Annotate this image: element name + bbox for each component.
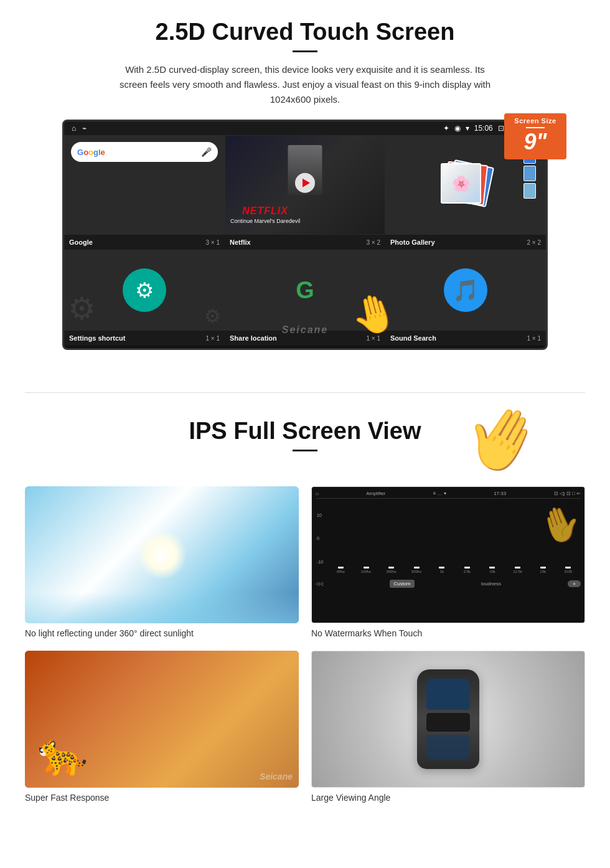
microphone-icon: 🎤 bbox=[201, 147, 212, 157]
share-cell-inner: G 🤚 bbox=[225, 250, 385, 330]
amp-top-bar: ⌂ Amplifier ≡ … ▾ 17:33 ⊡ ◁) ⊡ □ ⇐ bbox=[316, 491, 581, 499]
amp-custom-btn[interactable]: Custom bbox=[390, 580, 415, 588]
status-bar-left: ⌂ ⌁ bbox=[72, 124, 87, 133]
gallery-name: Photo Gallery bbox=[390, 238, 435, 246]
sunlight-visual bbox=[25, 486, 299, 623]
amp-loudness-toggle[interactable]: ● bbox=[568, 580, 581, 587]
amp-y-axis: 10 0 -10 bbox=[317, 504, 326, 573]
settings-label: Settings shortcut 1 × 1 bbox=[64, 333, 225, 343]
device-frame: ⌂ ⌁ ✦ ◉ ▾ 15:06 ⊡ ◁) ▭ □ bbox=[62, 120, 548, 350]
share-location-name: Share location bbox=[230, 334, 277, 342]
netflix-play-button[interactable] bbox=[295, 173, 315, 193]
section-separator bbox=[25, 392, 585, 393]
amp-loudness-label: loudness bbox=[481, 581, 501, 587]
amplifier-image-card: ⌂ Amplifier ≡ … ▾ 17:33 ⊡ ◁) ⊡ □ ⇐ 10 0 … bbox=[311, 486, 585, 638]
bluetooth-icon: ✦ bbox=[443, 124, 449, 133]
section1-title: 2.5D Curved Touch Screen bbox=[37, 19, 573, 45]
status-time: 15:06 bbox=[474, 124, 493, 133]
sunlight-caption: No light reflecting under 360° direct su… bbox=[25, 628, 299, 638]
netflix-label-bar: Netflix 3 × 2 bbox=[225, 237, 385, 247]
gallery-label: Photo Gallery 2 × 2 bbox=[385, 237, 546, 247]
app-grid-top: Google 🎤 bbox=[64, 135, 546, 235]
car-caption: Large Viewing Angle bbox=[311, 793, 585, 803]
car-image-card: Large Viewing Angle bbox=[311, 651, 585, 803]
home-icon: ⌂ bbox=[72, 124, 76, 133]
cheetah-watermark: Seicane bbox=[260, 771, 293, 781]
netflix-app-cell[interactable]: NETFLIX Continue Marvel's Daredevil bbox=[225, 135, 385, 235]
gallery-size: 2 × 2 bbox=[527, 239, 541, 246]
sunlight-image-card: No light reflecting under 360° direct su… bbox=[25, 486, 299, 638]
car-top-view bbox=[417, 669, 479, 769]
sun-glow bbox=[137, 530, 187, 580]
amp-home-icon: ⌂ bbox=[316, 491, 319, 496]
google-cell-inner: Google 🎤 bbox=[65, 136, 224, 234]
ips-title-divider bbox=[293, 450, 317, 451]
slider-6: 2.5k bbox=[456, 568, 479, 573]
slider-5: 1k bbox=[431, 568, 454, 573]
cheetah-caption: Super Fast Response bbox=[25, 793, 299, 803]
netflix-subtitle: Continue Marvel's Daredevil bbox=[230, 218, 300, 224]
car-visual bbox=[312, 651, 584, 787]
amp-title: Amplifier bbox=[366, 491, 385, 496]
google-name: Google bbox=[69, 238, 93, 246]
amp-back-icon: ◁◁ bbox=[316, 581, 323, 587]
play-triangle-icon bbox=[303, 179, 310, 187]
share-location-cell[interactable]: G 🤚 bbox=[225, 250, 385, 331]
netflix-name: Netflix bbox=[230, 238, 251, 246]
cheetah-visual: 🐆 Seicane bbox=[25, 651, 299, 788]
cheetah-image: 🐆 Seicane bbox=[25, 651, 299, 788]
amplifier-caption: No Watermarks When Touch bbox=[311, 628, 585, 638]
music-note-icon: 🎵 bbox=[453, 278, 479, 303]
sound-search-size: 1 × 1 bbox=[527, 335, 541, 342]
amp-bottom-bar: ◁◁ Custom loudness ● bbox=[316, 580, 581, 588]
badge-size: 9" bbox=[509, 131, 561, 153]
amp-sliders: 60hz 100hz bbox=[329, 504, 580, 573]
section1-description: With 2.5D curved-display screen, this de… bbox=[118, 62, 492, 107]
slider-3: 200hz bbox=[380, 568, 403, 573]
google-logo: Google bbox=[77, 148, 105, 157]
screen-size-badge: Screen Size 9" bbox=[504, 113, 566, 159]
camera-icon: ⊡ bbox=[498, 124, 504, 133]
photo-card-front: 🌸 bbox=[441, 163, 481, 204]
google-size: 3 × 1 bbox=[205, 239, 220, 246]
car-rear-window bbox=[426, 735, 470, 760]
section-ips: IPS Full Screen View bbox=[0, 412, 610, 474]
slider-4: 500hz bbox=[405, 568, 428, 573]
slider-1: 60hz bbox=[329, 568, 352, 573]
settings-size: 1 × 1 bbox=[205, 335, 220, 342]
title-divider bbox=[293, 50, 317, 52]
badge-label: Screen Size bbox=[509, 117, 561, 125]
sunlight-image bbox=[25, 486, 299, 623]
netflix-size: 3 × 2 bbox=[366, 239, 380, 246]
app-label-bar-bottom: Settings shortcut 1 × 1 Share location 1… bbox=[64, 331, 546, 346]
flower-icon: 🌸 bbox=[452, 175, 471, 192]
wifi-icon: ▾ bbox=[466, 124, 469, 133]
photo-stack: 🌸 bbox=[441, 160, 490, 210]
image-grid: No light reflecting under 360° direct su… bbox=[0, 474, 610, 815]
car-roof bbox=[426, 713, 470, 732]
device-wrapper: Screen Size 9" ⌂ ⌁ ✦ ◉ ▾ 15:06 ⊡ ◁) ▭ bbox=[62, 120, 548, 350]
maps-logo-container: G bbox=[296, 277, 314, 304]
settings-name: Settings shortcut bbox=[69, 334, 125, 342]
car-image bbox=[311, 651, 585, 788]
cheetah-image-card: 🐆 Seicane Super Fast Response bbox=[25, 651, 299, 803]
badge-divider bbox=[526, 127, 545, 128]
status-bar: ⌂ ⌁ ✦ ◉ ▾ 15:06 ⊡ ◁) ▭ □ bbox=[64, 121, 546, 135]
settings-cell[interactable]: ⚙ ⚙ ⚙ bbox=[64, 250, 225, 331]
car-windshield bbox=[426, 679, 470, 710]
amp-hand-icon: ✋ bbox=[534, 498, 584, 550]
slider-9: 15k bbox=[532, 568, 555, 573]
usb-icon: ⌁ bbox=[82, 124, 87, 133]
settings-icon-circle: ⚙ bbox=[123, 268, 166, 312]
google-app-cell[interactable]: Google 🎤 bbox=[64, 135, 225, 235]
google-search-bar[interactable]: Google 🎤 bbox=[71, 142, 218, 162]
google-label: Google 3 × 1 bbox=[64, 237, 225, 247]
amplifier-visual: ⌂ Amplifier ≡ … ▾ 17:33 ⊡ ◁) ⊡ □ ⇐ 10 0 … bbox=[312, 487, 584, 623]
sound-search-cell[interactable]: 🎵 bbox=[385, 250, 546, 331]
slider-7: 10k bbox=[481, 568, 504, 573]
app-label-bar-top: Google 3 × 1 Netflix 3 × 2 Photo Gallery… bbox=[64, 235, 546, 250]
slider-2: 100hz bbox=[355, 568, 378, 573]
cheetah-emoji: 🐆 bbox=[37, 731, 88, 778]
slider-8: 12.5k bbox=[506, 568, 529, 573]
amp-sliders-container: 10 0 -10 60hz bbox=[316, 501, 581, 576]
